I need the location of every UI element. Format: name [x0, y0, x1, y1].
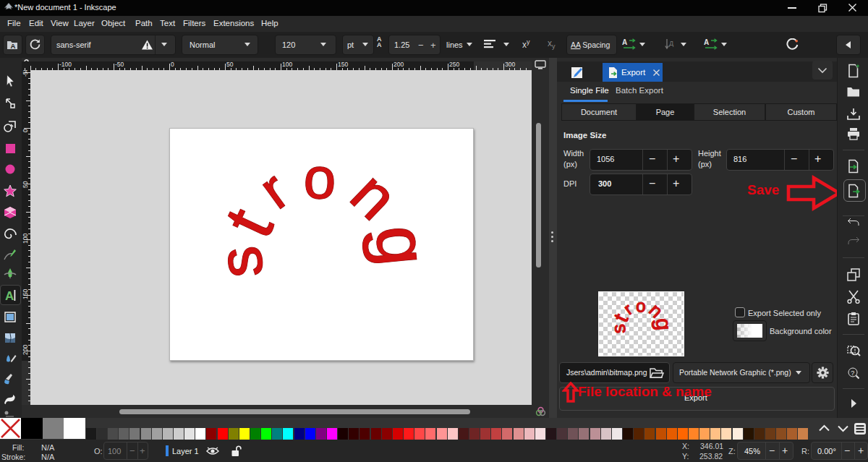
svg-text:o: o	[302, 145, 337, 211]
svg-text:s: s	[205, 243, 276, 281]
svg-text:r: r	[620, 299, 636, 318]
svg-text:s: s	[608, 323, 629, 335]
svg-text:A: A	[622, 38, 627, 46]
svg-text:g: g	[652, 317, 676, 331]
svg-text:n: n	[339, 159, 411, 232]
svg-text:o: o	[636, 296, 646, 315]
svg-text:A: A	[11, 42, 16, 50]
svg-text:r: r	[248, 159, 299, 220]
svg-text:A: A	[5, 289, 14, 302]
svg-text:?: ?	[851, 369, 854, 377]
svg-text:A: A	[704, 38, 709, 46]
svg-text:Д: Д	[669, 40, 673, 47]
svg-text:g: g	[361, 222, 443, 269]
